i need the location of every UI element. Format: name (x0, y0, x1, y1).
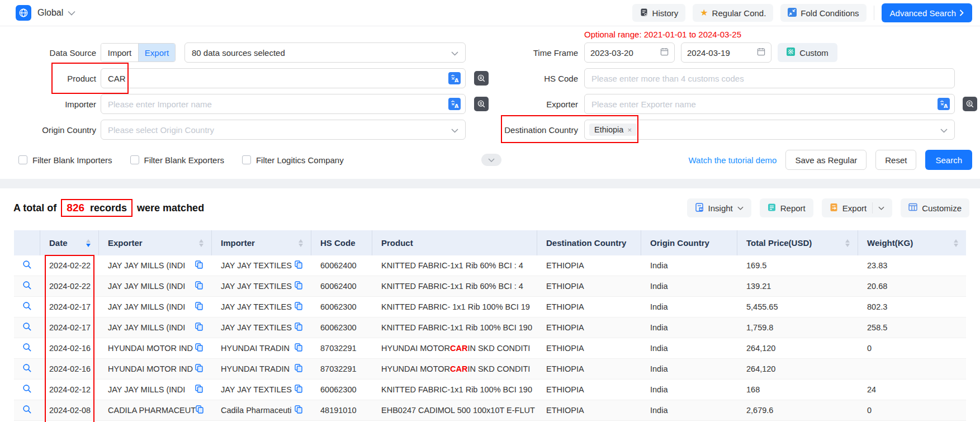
magnifier-icon[interactable] (22, 260, 32, 271)
magnifier-icon[interactable] (22, 343, 32, 354)
region-selector-label[interactable]: Global (37, 8, 63, 18)
copy-icon[interactable] (195, 343, 203, 353)
header-date[interactable]: Date (40, 230, 99, 255)
copy-icon[interactable] (195, 385, 203, 395)
translate-icon[interactable]: A (938, 98, 950, 112)
magnifier-icon[interactable] (22, 384, 32, 395)
checkbox-icon (18, 155, 27, 164)
copy-icon[interactable] (195, 260, 203, 271)
search-button[interactable]: Search (925, 150, 972, 170)
copy-icon[interactable] (195, 364, 203, 374)
magnifier-icon[interactable] (22, 301, 32, 312)
data-source-select[interactable]: 80 data sources selected (184, 42, 466, 63)
importer-input[interactable] (101, 94, 465, 113)
custom-range-button[interactable]: Custom (778, 43, 837, 62)
collapse-conditions-button[interactable] (481, 154, 501, 166)
header-weight[interactable]: Weight(KG) (858, 230, 966, 255)
magnifier-icon[interactable] (22, 322, 32, 333)
fold-conditions-button[interactable]: Fold Conditions (780, 4, 866, 22)
remove-tag-icon[interactable]: × (627, 126, 632, 134)
origin-country-select[interactable]: Please select Origin Country (101, 120, 466, 140)
destination-cell: ETHIOPIA (537, 317, 641, 338)
export-toggle[interactable]: Export (138, 44, 175, 61)
importer-cell: JAY JAY TEXTILES (212, 255, 311, 276)
copy-icon[interactable] (295, 323, 302, 333)
product-cell: KNITTED FABRIC-1x1 Rib 60% BCI : 4 (372, 276, 537, 296)
copy-icon[interactable] (196, 405, 203, 415)
destination-cell: ETHIOPIA (537, 276, 641, 296)
report-button[interactable]: Report (760, 198, 813, 217)
history-button[interactable]: History (632, 4, 686, 22)
customize-button[interactable]: Customize (901, 198, 969, 217)
product-cell: KNITTED FABRIC-1x1 Rib 100% BCI 190 (372, 317, 537, 338)
sort-icon[interactable] (845, 239, 850, 247)
header-total-price[interactable]: Total Price(USD) (737, 230, 858, 255)
row-detail-cell (14, 380, 40, 400)
hs-code-cell: 87032291 (311, 359, 372, 379)
start-date-input[interactable]: 2023-03-20 (584, 42, 675, 63)
origin-cell: India (641, 400, 737, 420)
copy-icon[interactable] (295, 302, 302, 312)
divider (872, 202, 873, 214)
sort-icon[interactable] (86, 239, 91, 247)
row-detail-cell (14, 338, 40, 358)
import-toggle[interactable]: Import (101, 44, 138, 61)
checkbox-icon (242, 155, 251, 164)
sort-icon[interactable] (199, 239, 203, 247)
copy-icon[interactable] (295, 385, 302, 395)
date-cell: 2024-02-16 (40, 338, 99, 358)
magnifier-icon[interactable] (22, 281, 32, 292)
advanced-search-button[interactable]: Advanced Search (882, 3, 972, 22)
exporter-cell: JAY JAY MILLS (INDI (99, 380, 212, 400)
copy-icon[interactable] (295, 364, 302, 374)
copy-icon[interactable] (295, 260, 302, 271)
svg-text:A: A (455, 77, 459, 83)
filter-logistics-company-checkbox[interactable]: Filter Logitics Company (242, 155, 344, 165)
end-date-input[interactable]: 2024-03-19 (681, 42, 771, 63)
table-body: 2024-02-22 JAY JAY MILLS (INDI JAY JAY T… (14, 255, 966, 421)
save-as-regular-button[interactable]: Save as Regular (785, 150, 867, 170)
sort-icon[interactable] (299, 239, 303, 247)
copy-icon[interactable] (195, 323, 203, 333)
chevron-down-icon[interactable] (68, 8, 75, 18)
filter-blank-importers-checkbox[interactable]: Filter Blank Importers (18, 155, 112, 165)
copy-icon[interactable] (195, 281, 203, 291)
regular-cond-button[interactable]: ★ Regular Cond. (693, 4, 773, 22)
destination-cell: ETHIOPIA (537, 359, 641, 379)
export-button[interactable]: Export (822, 198, 892, 217)
hs-code-cell: 48191010 (311, 400, 372, 420)
exporter-input[interactable] (585, 94, 954, 113)
chevron-down-icon[interactable] (878, 206, 884, 210)
exporter-cell: HYUNDAI MOTOR IND (99, 338, 212, 358)
tutorial-demo-link[interactable]: Watch the tutorial demo (689, 155, 777, 165)
weight-cell: 20.68 (858, 276, 966, 296)
reset-button[interactable]: Reset (875, 150, 916, 170)
translate-icon[interactable]: A (448, 72, 461, 86)
header-importer[interactable]: Importer (212, 230, 311, 255)
hs-code-input[interactable] (585, 69, 954, 88)
top-bar: Global History ★ Regular Cond. Fold Cond… (0, 0, 980, 26)
table-row: 2024-02-16 HYUNDAI MOTOR IND HYUNDAI TRA… (14, 338, 966, 359)
copy-icon[interactable] (295, 343, 302, 353)
product-input[interactable] (101, 69, 465, 88)
importer-field: A (101, 94, 466, 114)
sort-icon[interactable] (954, 239, 958, 247)
weight-cell: 0 (858, 400, 966, 420)
copy-icon[interactable] (295, 405, 302, 415)
table-row: 2024-02-17 JAY JAY MILLS (INDI JAY JAY T… (14, 297, 966, 317)
search-form: Optional range: 2021-01-01 to 2024-03-25… (0, 26, 980, 179)
app-window: Global History ★ Regular Cond. Fold Cond… (0, 0, 980, 422)
translate-icon[interactable]: A (448, 98, 461, 112)
row-detail-cell (14, 400, 40, 420)
row-detail-cell (14, 297, 40, 317)
origin-cell: India (641, 297, 737, 317)
fuzzy-search-button[interactable] (963, 97, 977, 111)
magnifier-icon[interactable] (22, 405, 32, 416)
filter-blank-exporters-checkbox[interactable]: Filter Blank Exporters (130, 155, 224, 165)
destination-country-select[interactable]: Ethiopia × (584, 120, 955, 140)
copy-icon[interactable] (195, 302, 203, 312)
insight-button[interactable]: BI Insight (687, 198, 751, 217)
copy-icon[interactable] (295, 281, 302, 291)
header-exporter[interactable]: Exporter (99, 230, 212, 255)
magnifier-icon[interactable] (22, 363, 32, 374)
